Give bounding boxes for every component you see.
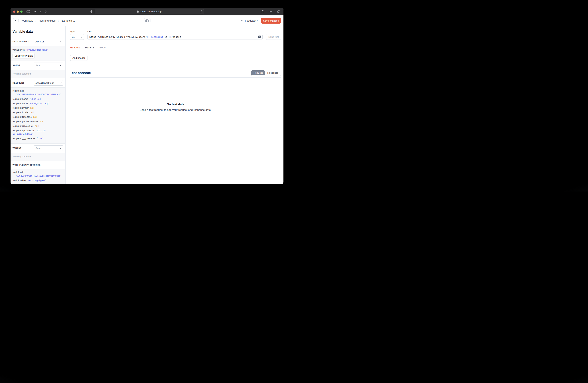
data-payload-select[interactable]: API Call (34, 39, 63, 44)
select-placeholder: Search... (35, 147, 45, 150)
actor-select[interactable]: Search... (34, 63, 63, 68)
chevron-down-icon (60, 65, 62, 66)
browser-back-button[interactable] (39, 9, 42, 14)
tab-overview-button[interactable] (276, 9, 281, 14)
empty-state-subtitle: Send a test request to see your request … (70, 108, 281, 111)
chevron-down-icon (60, 82, 62, 83)
empty-state: No test data Send a test request to see … (70, 103, 281, 111)
page-content: Variable data DATA PAYLOAD API Call vari… (11, 26, 283, 184)
url-input[interactable]: https://84c5df439d74.ngrok-free.dev/user… (87, 34, 263, 40)
recipient-field: recipient.id"16c1fd70-b49a-48d2-8256-73a… (13, 89, 63, 96)
field-key: recipient.phone_number (13, 120, 38, 123)
breadcrumb-item: http_fetch_1 (61, 19, 75, 22)
field-key: recipient.id (13, 89, 24, 92)
toolbar-divider (32, 10, 32, 13)
field-value: null (35, 125, 39, 127)
preview-value: "Preview data value" (26, 48, 48, 51)
url-segment: .id (163, 36, 168, 38)
chevron-right-icon (45, 10, 47, 13)
select-placeholder: Search... (35, 64, 45, 67)
window-minimize-button[interactable] (17, 11, 19, 13)
breadcrumb-item[interactable]: Recurring digest (38, 19, 56, 22)
sidebar-title: Variable data (11, 26, 65, 37)
request-config-row: Type GET URL https://84c5df439d74.ngrok-… (70, 30, 281, 40)
url-column: URL https://84c5df439d74.ngrok-free.dev/… (87, 30, 263, 40)
workflow-field[interactable]: ›workflow.categories[ ]0 items (13, 183, 63, 184)
field-value-line: "16c1fd70-b49a-48d2-8256-73a2b9f18adb" (14, 93, 63, 96)
test-console-header: Test console Request Response (70, 70, 281, 76)
segmented-request-button[interactable]: Request (251, 70, 265, 75)
tenant-row: TENANT Search... (11, 143, 65, 153)
url-segment: {{ (147, 36, 149, 38)
expand-icon (258, 35, 261, 38)
expand-editor-button[interactable] (258, 35, 261, 38)
browser-sidebar-toggle-button[interactable] (26, 9, 31, 14)
window-close-button[interactable] (13, 11, 15, 13)
recipient-field: recipient.created_atnull (13, 124, 63, 128)
text-cursor (181, 36, 181, 38)
sidebar-chevron-button[interactable] (33, 10, 37, 13)
titlebar-right-actions (261, 9, 281, 14)
field-key: recipient.created_at (13, 125, 33, 127)
feedback-label: Feedback? (245, 19, 257, 22)
recipient-select[interactable]: chris@knock.app (34, 80, 63, 86)
chevron-right-icon: › (13, 184, 13, 184)
url-segment: https://84c5df439d74.ngrok-free.dev/user… (89, 36, 147, 38)
field-value: null (40, 120, 43, 123)
lock-icon (137, 10, 139, 13)
back-button[interactable] (13, 18, 19, 23)
preview-key: variableKey (13, 48, 25, 51)
field-key: recipient.email (13, 102, 28, 105)
header-actions: Feedback? Save changes (241, 18, 281, 24)
array-count: 0 items (41, 184, 49, 184)
tab-headers[interactable]: Headers (70, 46, 80, 51)
workflow-fields: workflow.id"006e938f-98e6-408e-a9de-dbb0… (11, 169, 65, 184)
save-changes-button[interactable]: Save changes (261, 18, 281, 24)
select-value: chris@knock.app (35, 82, 54, 84)
segmented-response-button[interactable]: Response (265, 70, 281, 75)
field-value-line: "006e938f-98e6-408e-a9de-dbb04d0f83d5" (14, 174, 63, 178)
url-label: URL (87, 30, 263, 33)
breadcrumb-item[interactable]: Workflows (21, 19, 33, 22)
tenant-empty-state: Nothing selected (11, 153, 65, 161)
empty-state-title: No test data (70, 103, 281, 106)
recipient-field: recipient.timezonenull (13, 115, 63, 119)
select-value: API Call (35, 40, 44, 43)
field-key: recipient.avatar (13, 106, 29, 109)
field-key: workflow.id (13, 171, 24, 173)
sidebar-toggle-icon (26, 10, 30, 13)
field-value: null (33, 115, 37, 118)
field-value: "16c1fd70-b49a-48d2-8256-73a2b9f18adb" (16, 93, 61, 96)
add-header-button[interactable]: Add header (70, 55, 88, 61)
edit-preview-data-button[interactable]: Edit preview data (13, 53, 35, 58)
browser-url-text: dashboard.knock.app (140, 10, 162, 13)
workflow-field: workflow.id"006e938f-98e6-408e-a9de-dbb0… (13, 171, 63, 178)
new-tab-button[interactable] (269, 10, 273, 14)
window-zoom-button[interactable] (20, 11, 22, 13)
browser-url-field[interactable]: dashboard.knock.app (95, 9, 204, 14)
field-key: recipient.locale (13, 111, 28, 114)
recipient-field: recipient.localenull (13, 111, 63, 114)
app-header: Workflows›Recurring digest›http_fetch_1 … (11, 15, 283, 26)
array-bracket: [ ] (37, 184, 40, 184)
recipient-field: recipient.email"chris@knock.app" (13, 102, 63, 105)
url-segment: recipient (149, 36, 163, 38)
workflow-field: workflow.key"recurring-digest" (13, 179, 63, 182)
http-method-select[interactable]: GET (70, 34, 84, 40)
field-value: "Chris Bell" (30, 97, 42, 100)
feedback-button[interactable]: Feedback? (241, 19, 257, 22)
tab-params[interactable]: Params (85, 46, 95, 51)
send-test-button[interactable]: Send test (266, 34, 281, 40)
panel-toggle-button[interactable] (144, 18, 150, 23)
actor-row: ACTOR Search... (11, 60, 65, 70)
recipient-field: recipient.updated_at"2021-11-17T17:13:14… (13, 129, 63, 136)
tab-body[interactable]: Body (99, 46, 105, 51)
field-key: workflow.key (13, 179, 26, 182)
field-key: recipient.updated_at (13, 129, 34, 132)
reload-icon[interactable] (200, 10, 202, 13)
tenant-select[interactable]: Search... (34, 145, 63, 151)
field-value: "recurring-digest" (28, 179, 46, 182)
browser-forward-button[interactable] (44, 9, 47, 14)
shield-icon[interactable] (90, 10, 93, 13)
share-button[interactable] (261, 9, 265, 14)
